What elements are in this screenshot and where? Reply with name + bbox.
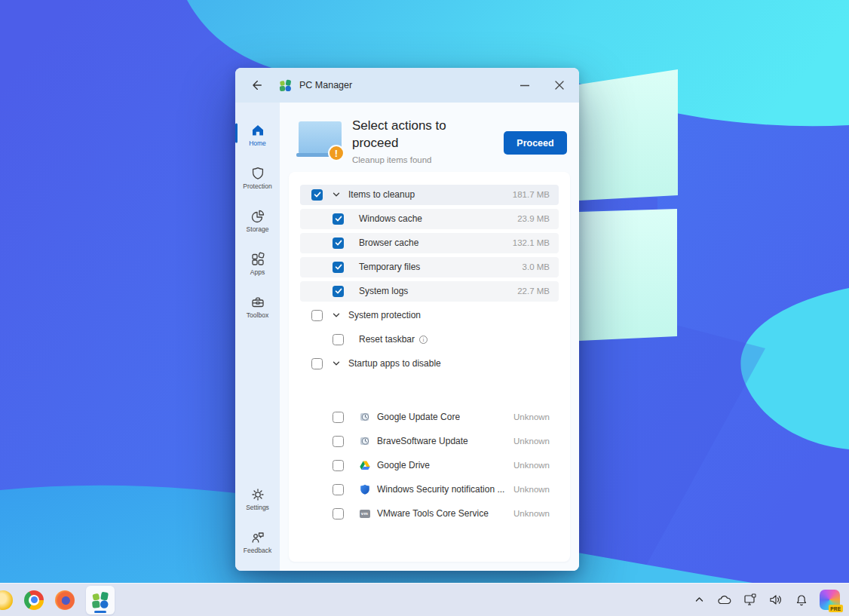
row-label: Items to cleanup [348, 189, 415, 200]
desktop: PC Manager Home Protection [0, 0, 849, 616]
close-button[interactable] [553, 79, 565, 91]
row-label: VMware Tools Core Service [377, 508, 489, 519]
row-status: Unknown [513, 437, 550, 446]
info-icon[interactable]: i [419, 336, 428, 344]
row-startup-apps[interactable]: Startup apps to disable [300, 354, 559, 374]
page-title: Select actions to proceed [352, 118, 484, 152]
checkbox-windows-cache[interactable] [333, 213, 344, 225]
tray-chevron-up-icon[interactable] [691, 593, 706, 608]
checkbox-vmware-tools[interactable] [333, 508, 344, 519]
google-update-icon [360, 412, 370, 422]
row-system-logs[interactable]: System logs 22.7 MB [300, 281, 559, 302]
checkbox-items-to-cleanup[interactable] [311, 189, 323, 201]
row-google-update-core[interactable]: Google Update Core Unknown [300, 407, 559, 428]
row-size: 132.1 MB [513, 238, 550, 247]
sidebar-item-apps[interactable]: Apps [235, 242, 280, 285]
google-drive-icon [360, 461, 370, 470]
chevron-down-icon[interactable] [332, 359, 341, 368]
cleanup-header: ! Select actions to proceed Cleanup item… [280, 103, 579, 164]
row-reset-taskbar[interactable]: Reset taskbar i [300, 329, 559, 350]
row-label: Windows Security notification ... [377, 484, 504, 495]
checkbox-bravesoftware-update[interactable] [333, 436, 344, 447]
row-google-drive[interactable]: Google Drive Unknown [300, 455, 559, 476]
row-label: Reset taskbar [359, 334, 415, 345]
row-status: Unknown [513, 461, 550, 470]
checkbox-temporary-files[interactable] [333, 262, 344, 273]
startup-gap [300, 378, 559, 407]
brave-update-icon [360, 436, 370, 446]
checkbox-startup-apps[interactable] [311, 358, 323, 369]
row-browser-cache[interactable]: Browser cache 132.1 MB [300, 233, 559, 253]
minimize-button[interactable] [519, 79, 531, 91]
sidebar-item-settings[interactable]: Settings [235, 477, 280, 520]
chevron-down-icon[interactable] [332, 190, 341, 199]
cleanup-list-card: Items to cleanup 181.7 MB Windows cache … [289, 172, 570, 562]
copilot-icon[interactable]: PRE [820, 590, 840, 610]
proceed-button[interactable]: Proceed [504, 131, 567, 155]
row-label: Temporary files [359, 262, 420, 272]
page-subtitle: Cleanup items found [352, 155, 504, 164]
volume-icon[interactable] [768, 593, 783, 608]
row-size: 22.7 MB [517, 287, 550, 296]
row-vmware-tools[interactable]: vm VMware Tools Core Service Unknown [300, 504, 559, 524]
checkbox-system-protection[interactable] [311, 310, 323, 321]
feedback-icon [250, 530, 265, 545]
row-label: Startup apps to disable [348, 358, 441, 369]
row-windows-security-notification[interactable]: Windows Security notification ... Unknow… [300, 480, 559, 500]
firefox-icon[interactable] [55, 590, 75, 610]
checkbox-windows-security-notification[interactable] [333, 484, 344, 495]
checkbox-reset-taskbar[interactable] [333, 334, 344, 345]
row-label: Browser cache [359, 238, 418, 248]
row-bravesoftware-update[interactable]: BraveSoftware Update Unknown [300, 431, 559, 452]
warning-badge-icon: ! [328, 145, 345, 161]
vmware-icon: vm [360, 510, 370, 518]
pc-manager-logo-icon [279, 79, 292, 92]
back-button[interactable] [249, 78, 264, 93]
pc-manager-window: PC Manager Home Protection [235, 68, 579, 571]
row-label: Google Update Core [377, 412, 460, 422]
chevron-down-icon[interactable] [332, 311, 341, 320]
windows-security-icon [360, 484, 370, 495]
row-items-to-cleanup[interactable]: Items to cleanup 181.7 MB [300, 185, 559, 205]
row-system-protection[interactable]: System protection [300, 305, 559, 326]
checkbox-google-drive[interactable] [333, 460, 344, 471]
sidebar: Home Protection Storage Apps Toolbox [235, 103, 280, 571]
system-tray: PRE [691, 590, 849, 610]
row-size: 3.0 MB [523, 262, 550, 271]
taskbar-app-partial-icon[interactable] [0, 590, 13, 610]
apps-grid-icon [250, 252, 265, 267]
toolbox-icon [250, 295, 265, 310]
taskbar: PRE [0, 583, 849, 616]
laptop-illustration: ! [296, 119, 346, 163]
pc-manager-icon [91, 591, 109, 609]
sidebar-item-storage[interactable]: Storage [235, 199, 280, 242]
row-size: 181.7 MB [513, 190, 550, 199]
row-label: System protection [348, 310, 421, 320]
chrome-icon[interactable] [24, 590, 44, 610]
row-status: Unknown [513, 485, 550, 494]
titlebar: PC Manager [235, 68, 579, 103]
sidebar-item-home[interactable]: Home [235, 113, 280, 156]
row-label: Windows cache [359, 213, 422, 224]
row-label: Google Drive [377, 460, 430, 470]
pie-chart-icon [250, 209, 265, 224]
copilot-pre-badge: PRE [829, 605, 843, 612]
row-label: System logs [359, 286, 408, 296]
active-app-indicator [94, 611, 106, 613]
sidebar-spacer [235, 328, 280, 477]
sidebar-item-toolbox[interactable]: Toolbox [235, 285, 280, 328]
notification-bell-icon[interactable] [794, 593, 809, 608]
sidebar-item-protection[interactable]: Protection [235, 156, 280, 199]
row-status: Unknown [513, 412, 550, 421]
main-content: ! Select actions to proceed Cleanup item… [280, 103, 579, 571]
taskbar-pc-manager-active[interactable] [86, 586, 115, 614]
row-windows-cache[interactable]: Windows cache 23.9 MB [300, 209, 559, 229]
network-icon[interactable] [743, 593, 758, 608]
sidebar-item-feedback[interactable]: Feedback [235, 520, 280, 563]
row-size: 23.9 MB [517, 214, 550, 223]
checkbox-system-logs[interactable] [333, 286, 344, 297]
onedrive-cloud-icon[interactable] [717, 593, 732, 608]
checkbox-google-update-core[interactable] [333, 412, 344, 423]
row-temporary-files[interactable]: Temporary files 3.0 MB [300, 257, 559, 277]
checkbox-browser-cache[interactable] [333, 238, 344, 249]
